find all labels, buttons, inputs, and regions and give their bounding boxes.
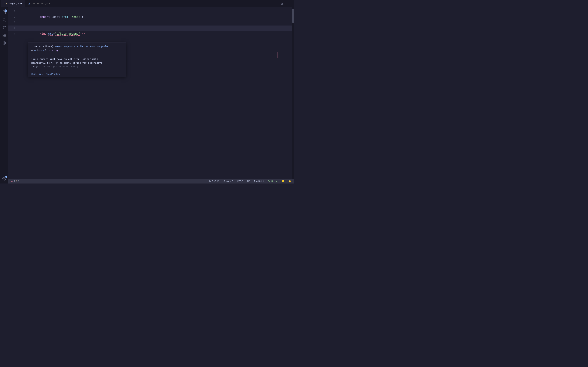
language-mode[interactable]: JavaScript [253,180,264,183]
code-line-2: 2 [9,14,294,20]
tooltip-jsx-label: (JSX attribute) [31,45,55,48]
tooltip-type-section: (JSX attribute) React.ImgHTMLAttributes<… [28,42,126,55]
scrollbar-track[interactable] [292,7,294,179]
activity-bar: 1 [0,7,9,184]
line-content-4: <img src="./ketchup.png" />; [20,25,294,42]
attr-src: src [48,32,53,35]
error-count[interactable]: ⊗ 0 ⚠ 1 [10,180,20,183]
js-icon: JS [4,2,7,5]
status-right: Ln 5, Col 1 Spaces: 2 UTF-8 LF JavaScrip… [208,180,292,183]
svg-point-4 [3,28,4,29]
cursor-position[interactable]: Ln 5, Col 1 [208,180,220,183]
line-content-2 [20,14,294,20]
search-icon[interactable] [1,17,8,23]
settings-badge: 1 [5,176,7,178]
extensions-icon[interactable] [1,32,8,39]
remote-icon[interactable] [1,40,8,47]
svg-point-2 [3,26,4,27]
warning-number: 1 [18,180,19,183]
code-editor[interactable]: 1 import React from 'react'; 2 3 export … [9,7,294,179]
svg-rect-7 [3,35,4,37]
scrollbar-thumb[interactable] [292,9,294,23]
tooltip-actions: Quick Fix... Peek Problem [28,71,126,77]
svg-point-3 [5,26,6,27]
attr-val-src: "./ketchup.png" [55,32,80,35]
error-icon: ⊗ [11,180,13,183]
svg-point-13 [4,178,5,179]
indentation[interactable]: Spaces: 2 [223,180,233,183]
tabs-container: JSImage.js{}.eslintrc.json [1,0,53,7]
tooltip-popup: (JSX attribute) React.ImgHTMLAttributes<… [28,42,126,77]
code-line-4: 4 <img src="./ketchup.png" />; [9,25,294,31]
tab-eslintrc-json[interactable]: {}.eslintrc.json [25,0,53,7]
files-badge: 1 [5,9,7,12]
tooltip-description: img elements must have an alt prop, eith… [28,55,126,71]
json-icon: {} [27,2,30,5]
tab-bar: JSImage.js{}.eslintrc.json ⊞ ··· [0,0,294,7]
prettier-status[interactable]: Prettier: ✓ [267,180,278,183]
split-editor-button[interactable]: ⊞ [280,1,284,6]
status-bar: ⊗ 0 ⚠ 1 Ln 5, Col 1 Spaces: 2 UTF-8 LF J… [9,179,294,184]
encoding[interactable]: UTF-8 [236,180,244,183]
tooltip-eslint-ref: eslint(jsx-a11y/alt-text) [43,65,78,68]
tab-label-image-js: Image.js [8,2,19,5]
notification-bell[interactable]: 🔔 [288,180,292,183]
code-lines: 1 import React from 'react'; 2 3 export … [9,7,294,38]
code-line-3: 3 export const Image = () ⇒ [9,20,294,25]
main-layout: 1 [0,7,294,184]
svg-rect-5 [3,34,4,35]
tab-modified-dot [20,3,22,4]
tag-img-close: /> [82,32,85,35]
line-number-4: 4 [9,25,20,31]
tab-image-js[interactable]: JSImage.js [1,0,25,7]
svg-rect-8 [4,35,6,37]
more-actions-button[interactable]: ··· [285,1,293,6]
warning-icon: ⚠ [16,180,17,183]
line-ending[interactable]: LF [247,180,251,183]
tab-bar-actions: ⊞ ··· [280,1,293,6]
quick-fix-button[interactable]: Quick Fix... [31,73,43,75]
svg-line-1 [5,21,6,22]
files-icon[interactable]: 1 [1,9,8,16]
emoji-button[interactable]: 🙂 [281,180,285,183]
settings-icon[interactable]: 1 [1,175,8,182]
peek-problem-button[interactable]: Peek Problem [45,73,60,75]
line-number-1: 1 [9,9,20,14]
status-left: ⊗ 0 ⚠ 1 [10,180,20,183]
tooltip-type-name: React [55,45,62,48]
tag-img-open: <img [40,32,46,35]
line-number-3: 3 [9,20,20,25]
tab-label-eslintrc-json: .eslintrc.json [31,2,50,5]
line-number-2: 2 [9,14,20,20]
editor-area: 1 import React from 'react'; 2 3 export … [9,7,294,184]
error-number: 0 [14,180,15,183]
line-number-5: 5 [9,31,20,37]
error-indicator [277,52,278,58]
source-control-icon[interactable] [1,24,8,31]
svg-rect-6 [4,34,6,35]
svg-point-0 [3,19,5,21]
code-line-1: 1 import React from 'react'; [9,9,294,14]
